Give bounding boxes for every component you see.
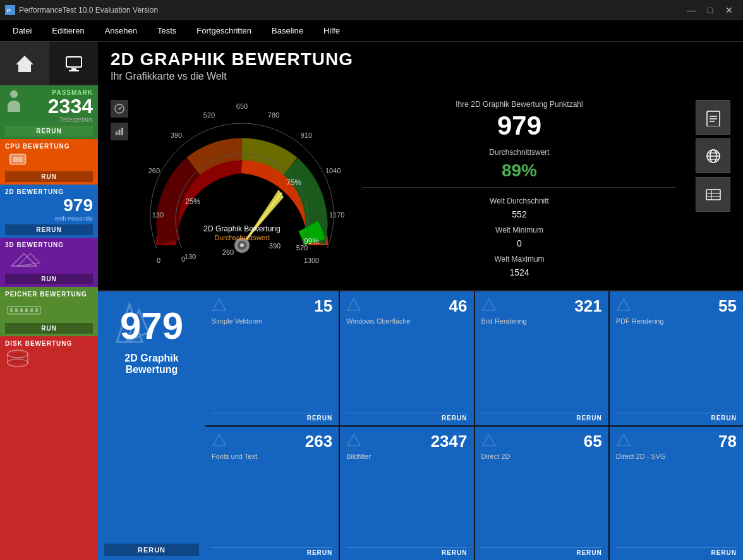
tile-1-score: 46 (346, 296, 467, 316)
memory-label: PEICHER BEWERTUNG (5, 291, 93, 298)
tile-direct-2d: 65 Direct 2D RERUN (475, 427, 608, 561)
threed-label: 3D BEWERTUNG (5, 241, 93, 248)
passmark-rerun-button[interactable]: RERUN (5, 126, 93, 137)
world-avg-val: 552 (362, 209, 677, 219)
svg-rect-19 (15, 308, 18, 312)
gauge-chart-button[interactable] (111, 123, 128, 140)
title-bar: P PerformanceTest 10.0 Evaluation Versio… (0, 0, 743, 20)
compare-icon (704, 186, 722, 204)
close-button[interactable]: ✕ (720, 3, 738, 17)
tile-5-rerun-button[interactable]: RERUN (346, 547, 467, 557)
tile-windows-oberflaeche: 46 Windows Oberfläche RERUN (340, 291, 473, 425)
app-icon: P (5, 5, 15, 15)
svg-text:1170: 1170 (329, 211, 344, 219)
svg-marker-75 (213, 299, 226, 310)
tile-7-rerun-button[interactable]: RERUN (616, 547, 737, 557)
tile-7-score: 78 (616, 432, 737, 451)
tile-4-rerun-button[interactable]: RERUN (212, 547, 332, 557)
menu-ansehen[interactable]: Ansehen (95, 22, 147, 39)
menu-hilfe[interactable]: Hilfe (313, 22, 350, 39)
tile-bildfilter: 2347 Bildfilter RERUN (340, 427, 473, 561)
gauge-stats: Ihre 2D Graphik Bewertung Punktzahl 979 … (349, 94, 689, 284)
tile-bild-rendering: 321 Bild Rendering RERUN (475, 291, 608, 425)
tile-4-label: Fonts und Text (212, 453, 332, 545)
svg-text:780: 780 (268, 111, 279, 119)
svg-text:260: 260 (148, 167, 160, 174)
menu-tests[interactable]: Tests (147, 22, 186, 39)
svg-rect-33 (121, 128, 123, 135)
svg-text:2D Graphik Bewertung: 2D Graphik Bewertung (203, 224, 280, 233)
tile-6-icon (480, 432, 498, 451)
world-min-val: 0 (362, 238, 677, 248)
content-title: 2D GRAPHIK BEWERTUNG (111, 49, 730, 70)
cpu-icon-row (5, 150, 93, 169)
globe-icon (704, 147, 722, 165)
memory-run-button[interactable]: RUN (5, 323, 93, 334)
svg-marker-81 (483, 434, 495, 446)
export-button[interactable] (696, 100, 730, 135)
tile-6-rerun-button[interactable]: RERUN (481, 547, 602, 557)
speedometer-icon (114, 104, 124, 114)
compare-button[interactable] (696, 177, 730, 212)
tile-3-label: PDF Rendering (616, 317, 737, 410)
cpu-icon (5, 150, 30, 168)
svg-text:1300: 1300 (304, 257, 319, 264)
svg-text:650: 650 (236, 102, 248, 110)
passmark-section: PASSMARK 2334 Teilergebnis RERUN (0, 85, 98, 139)
tile-2-rerun-button[interactable]: RERUN (481, 413, 602, 423)
svg-marker-80 (347, 434, 360, 446)
svg-text:P: P (7, 8, 11, 14)
svg-rect-8 (13, 157, 23, 162)
svg-marker-16 (18, 253, 40, 266)
svg-rect-69 (706, 190, 720, 200)
twod-percentile: 89th Percentile (5, 216, 93, 222)
menu-baseline[interactable]: Baseline (262, 22, 313, 39)
gauge-right-buttons (696, 94, 730, 284)
cpu-run-button[interactable]: RUN (5, 171, 93, 182)
svg-point-30 (119, 108, 121, 110)
tile-3-rerun-button[interactable]: RERUN (616, 413, 737, 423)
menu-datei[interactable]: Datei (3, 22, 42, 39)
world-max-val: 1524 (362, 267, 677, 277)
world-min-label: Welt Minimum (362, 226, 677, 234)
tile-direct-2d-svg: 78 Direct 2D - SVG RERUN (610, 427, 743, 561)
home-icon (15, 53, 35, 73)
gauge-mini-icons (111, 94, 128, 284)
tile-4-icon (210, 432, 228, 451)
twod-rerun-button[interactable]: RERUN (5, 224, 93, 235)
sidebar-nav-home[interactable] (0, 42, 49, 85)
tile-2-icon (480, 296, 498, 315)
small-tiles-grid: 15 Simple Vektoren RERUN 46 Windows Ober… (205, 291, 743, 560)
threed-icon (5, 250, 43, 269)
gauge-info-button[interactable] (111, 100, 128, 118)
svg-rect-5 (69, 70, 79, 71)
avg-label: Durchschnittswert (362, 148, 677, 157)
restore-button[interactable]: □ (701, 3, 719, 17)
svg-rect-22 (30, 308, 33, 312)
disk-label: DISK BEWERTUNG (5, 340, 93, 347)
svg-text:0: 0 (181, 255, 185, 263)
svg-rect-21 (25, 308, 28, 312)
svg-text:130: 130 (184, 253, 196, 260)
content-subtitle: Ihr Grafikkarte vs die Welt (111, 71, 730, 82)
svg-point-57 (240, 243, 244, 247)
tile-0-rerun-button[interactable]: RERUN (212, 413, 332, 423)
minimize-button[interactable]: — (682, 3, 700, 17)
big-tile-score: 979 (120, 304, 183, 348)
sidebar: PASSMARK 2334 Teilergebnis RERUN CPU BEW… (0, 42, 98, 560)
svg-rect-3 (66, 57, 82, 67)
menu-editieren[interactable]: Editieren (42, 22, 94, 39)
sidebar-nav-monitor[interactable] (49, 42, 98, 85)
bar-chart-icon (114, 126, 124, 137)
menu-fortgeschritten[interactable]: Fortgeschritten (186, 22, 262, 39)
tile-fonts-text: 263 Fonts und Text RERUN (205, 427, 339, 561)
tile-1-rerun-button[interactable]: RERUN (346, 413, 467, 423)
big-tile-rerun-button[interactable]: RERUN (104, 544, 199, 556)
tile-5-icon (345, 432, 363, 451)
svg-rect-23 (35, 308, 38, 312)
threed-run-button[interactable]: RUN (5, 274, 93, 284)
svg-text:260: 260 (222, 248, 234, 256)
world-avg-label: Welt Durchschnitt (362, 197, 677, 205)
person-icon (5, 89, 23, 112)
web-button[interactable] (696, 138, 730, 173)
